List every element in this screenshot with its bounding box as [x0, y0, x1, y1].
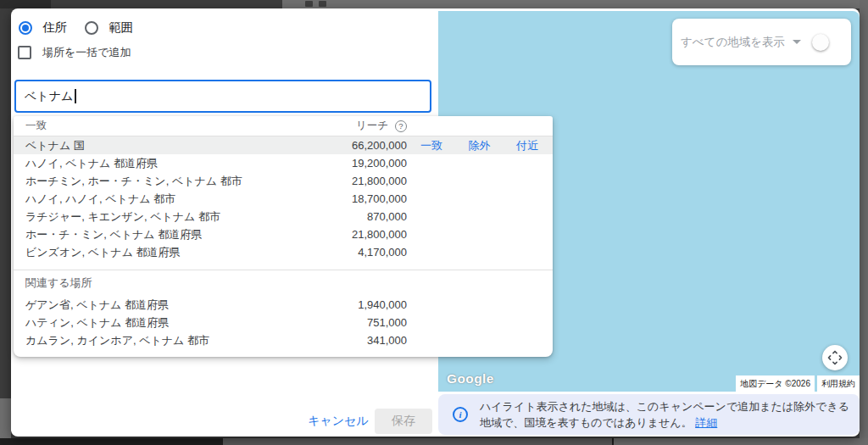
background-glyph [319, 1, 326, 7]
terms-of-use-link[interactable]: 利用規約 [817, 375, 860, 392]
help-icon[interactable]: ? [395, 120, 407, 132]
suggestion-row[interactable]: ホー・チ・ミン, ベトナム 都道府県21,800,000 [14, 225, 553, 243]
location-name: ビンズオン, ベトナム 都道府県 [14, 245, 271, 260]
row-actions: 一致除外付近 [407, 138, 553, 153]
save-button[interactable]: 保存 [375, 409, 432, 434]
suggestion-row[interactable]: ホーチミン, ホー・チ・ミン, ベトナム 都市21,800,000 [14, 172, 553, 190]
location-suggestions-dropdown: 一致 リーチ ? ベトナム 国66,200,000一致除外付近ハノイ, ベトナム… [14, 116, 553, 357]
suggestion-row[interactable]: ビンズオン, ベトナム 都道府県4,170,000 [14, 243, 553, 261]
suggestion-row[interactable]: ラチジャー, キエンザン, ベトナム 都市870,000 [14, 208, 553, 225]
location-name: ゲアン省, ベトナム 都道府県 [14, 298, 271, 313]
notice-message: ハイライト表示された地域は、このキャンペーンで追加または除外できる地域で、国境を… [480, 400, 849, 430]
checkbox-icon[interactable] [18, 46, 31, 59]
suggestion-row[interactable]: ハノイ, ハノイ, ベトナム 都市18,700,000 [14, 190, 553, 208]
location-name: ハノイ, ハノイ, ベトナム 都市 [14, 192, 271, 207]
location-name: ハノイ, ベトナム 都道府県 [14, 156, 271, 171]
reach-value: 341,000 [271, 334, 407, 347]
reach-value: 66,200,000 [271, 139, 407, 152]
location-targeting-dialog: 住所 範囲 場所を一括で追加 ベトナム 一致 リーチ ? ベトナム 国66,20… [11, 8, 860, 437]
show-all-regions-card: すべての地域を表示 [672, 19, 851, 65]
location-search-input[interactable]: ベトナム [14, 80, 431, 113]
reach-value: 870,000 [271, 210, 407, 223]
background-page-strip [860, 0, 868, 438]
location-name: ホーチミン, ホー・チ・ミン, ベトナム 都市 [14, 174, 271, 189]
map-attribution: 地図データ ©2026 利用規約 [736, 375, 860, 392]
radio-address-label: 住所 [42, 19, 67, 36]
toggle-knob [812, 34, 829, 51]
background-page-strip [614, 438, 868, 445]
suggestion-row[interactable]: ハティン, ベトナム 都道府県751,000 [14, 314, 553, 331]
related-rows: ゲアン省, ベトナム 都道府県1,940,000ハティン, ベトナム 都道府県7… [14, 296, 553, 349]
notice-text: ハイライト表示された地域は、このキャンペーンで追加または除外できる地域で、国境を… [480, 398, 851, 431]
reach-value: 4,170,000 [271, 246, 407, 259]
cancel-button[interactable]: キャンセル [306, 409, 370, 434]
suggestion-row[interactable]: カムラン, カインホア, ベトナム 都市341,000 [14, 331, 553, 349]
suggestion-row[interactable]: ハノイ, ベトナム 都道府県19,200,000 [14, 154, 553, 172]
reach-value: 1,940,000 [271, 298, 407, 311]
radio-radius[interactable]: 範囲 [85, 19, 133, 36]
reach-value: 21,800,000 [271, 175, 407, 187]
background-page-strip [0, 0, 51, 8]
radio-address[interactable]: 住所 [19, 19, 67, 36]
exclude-link[interactable]: 除外 [469, 138, 491, 153]
location-type-radio-group: 住所 範囲 [19, 19, 133, 36]
radio-selected-icon [19, 21, 32, 35]
radio-unselected-icon [85, 21, 98, 35]
location-name: ラチジャー, キエンザン, ベトナム 都市 [14, 209, 271, 225]
info-icon: i [453, 407, 468, 422]
reach-value: 19,200,000 [271, 157, 407, 170]
background-glyph [305, 1, 313, 7]
suggestion-row[interactable]: ゲアン省, ベトナム 都道府県1,940,000 [14, 296, 553, 314]
bulk-add-label: 場所を一括で追加 [42, 45, 131, 60]
google-maps-logo: Google [447, 371, 494, 387]
notice-details-link[interactable]: 詳細 [695, 416, 717, 429]
show-regions-toggle[interactable] [814, 36, 843, 48]
match-column-header: 一致 [14, 119, 271, 133]
reach-column-header: リーチ ? [271, 119, 407, 133]
location-name: ハティン, ベトナム 都道府県 [14, 315, 271, 331]
dropdown-header-row: 一致 リーチ ? [14, 116, 553, 136]
location-name: ベトナム 国 [14, 138, 271, 153]
suggestion-row[interactable]: ベトナム 国66,200,000一致除外付近 [14, 136, 553, 154]
pan-arrows-icon [826, 349, 843, 366]
reach-value: 751,000 [271, 316, 407, 329]
location-name: ホー・チ・ミン, ベトナム 都道府県 [14, 227, 271, 242]
reach-value: 21,800,000 [271, 228, 407, 241]
search-input-value: ベトナム [25, 89, 73, 104]
reach-value: 18,700,000 [271, 192, 407, 205]
background-page-strip [0, 398, 11, 438]
background-page-strip [282, 0, 868, 8]
chevron-down-icon[interactable] [793, 40, 801, 44]
radio-radius-label: 範囲 [108, 19, 133, 36]
reach-header-label: リーチ [356, 119, 388, 133]
nearby-link[interactable]: 付近 [516, 138, 538, 153]
highlight-notice-bar: i ハイライト表示された地域は、このキャンペーンで追加または除外できる地域で、国… [438, 394, 860, 435]
background-page-strip [223, 438, 612, 445]
target-link[interactable]: 一致 [420, 138, 442, 153]
map-pan-button[interactable] [822, 345, 848, 370]
map-data-attribution: 地図データ ©2026 [736, 375, 815, 392]
text-caret [75, 89, 76, 103]
location-name: カムラン, カインホア, ベトナム 都市 [14, 333, 271, 348]
related-section-header: 関連する場所 [14, 270, 553, 296]
show-all-regions-dropdown[interactable]: すべての地域を表示 [681, 35, 785, 50]
match-rows: ベトナム 国66,200,000一致除外付近ハノイ, ベトナム 都道府県19,2… [14, 136, 553, 261]
bulk-add-checkbox-row[interactable]: 場所を一括で追加 [18, 45, 131, 60]
